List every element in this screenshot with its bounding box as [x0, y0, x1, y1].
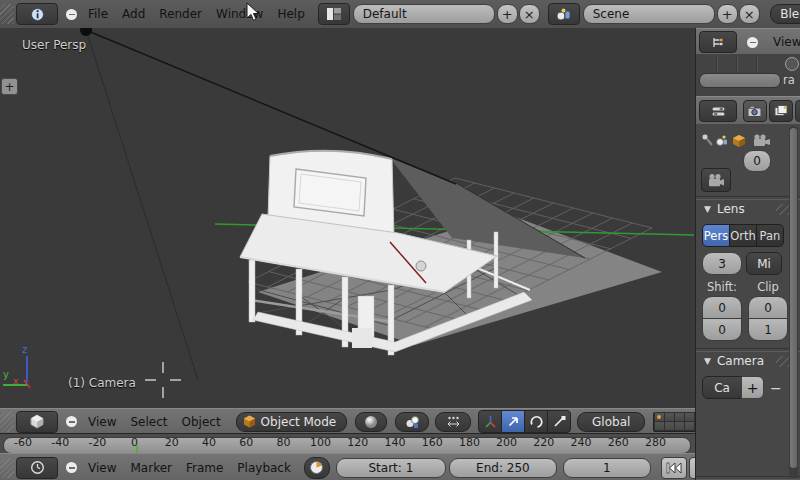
- scene-name-field[interactable]: Scene: [583, 4, 715, 24]
- editor-type-button-properties[interactable]: [699, 100, 737, 122]
- ruler-tick--20: -20: [88, 436, 106, 449]
- axis-label-y: y: [3, 369, 9, 380]
- shift-y-value: 0: [718, 323, 726, 337]
- properties-scrollbar-track[interactable]: [789, 126, 798, 478]
- menu-object[interactable]: Object: [175, 415, 228, 429]
- info-header: FileAddRenderWindowHelp Default + × Scen…: [0, 0, 800, 29]
- unlink-datablock-icon[interactable]: −: [770, 380, 782, 396]
- screen-layout-name-field[interactable]: Default: [353, 4, 495, 24]
- manipulator-rotate-button[interactable]: [524, 410, 548, 433]
- menu-add[interactable]: Add: [115, 7, 152, 21]
- current-frame-value: 1: [603, 461, 611, 475]
- info-icon: [30, 7, 45, 22]
- pivot-point-select[interactable]: [395, 412, 429, 432]
- region-expand-button[interactable]: +: [1, 78, 18, 95]
- tab-render[interactable]: [743, 100, 767, 122]
- editor-type-button-info[interactable]: [16, 3, 58, 25]
- properties-scrollbar-thumb[interactable]: [790, 128, 797, 468]
- editor-type-button-3dview[interactable]: [16, 411, 58, 433]
- add-scene-button[interactable]: +: [717, 4, 738, 24]
- editor-type-button-outliner[interactable]: [699, 31, 737, 53]
- outliner-column-divider: [736, 56, 738, 72]
- camera-datablock-field[interactable]: Ca: [702, 376, 742, 399]
- new-datablock-button[interactable]: +: [741, 376, 764, 399]
- plus-icon: +: [4, 81, 14, 93]
- manipulator-scale-button[interactable]: [547, 410, 571, 433]
- panel-collapse-icon[interactable]: ▼: [704, 356, 711, 366]
- jump-to-start-button[interactable]: [661, 457, 687, 479]
- collapse-menus-toggle[interactable]: [66, 416, 77, 427]
- editor-type-button-timeline[interactable]: [16, 457, 58, 479]
- menu-view[interactable]: View: [81, 415, 123, 429]
- axis-label-x: x: [13, 376, 19, 386]
- collapse-menus-toggle[interactable]: [747, 37, 758, 48]
- menu-view[interactable]: View: [81, 461, 123, 475]
- outliner-body[interactable]: ra: [696, 54, 800, 96]
- shift-x-field[interactable]: 0: [702, 296, 742, 319]
- shift-y-field[interactable]: 0: [702, 318, 742, 341]
- delete-scene-button[interactable]: ×: [739, 4, 760, 24]
- manipulator-translate-button[interactable]: [501, 410, 525, 433]
- focal-length-field[interactable]: 3: [702, 252, 742, 275]
- area-resize-grip[interactable]: [0, 458, 14, 478]
- tab-render-layers[interactable]: [769, 100, 793, 122]
- ruler-tick-280: 280: [645, 436, 666, 449]
- menu-frame[interactable]: Frame: [179, 461, 230, 475]
- manipulator-axis-button[interactable]: [478, 410, 502, 433]
- area-resize-grip[interactable]: [0, 412, 14, 432]
- screen-layout-browse-button[interactable]: [318, 3, 350, 25]
- panel-header-camera[interactable]: ▼ Camera: [704, 354, 794, 368]
- lens-mode-pers[interactable]: Pers: [702, 224, 730, 247]
- transform-orientation-select[interactable]: Global: [577, 412, 645, 432]
- menu-marker[interactable]: Marker: [123, 461, 178, 475]
- timeline-header: ViewMarkerFramePlayback Start: 1 End: 25…: [0, 453, 695, 480]
- menu-view-outliner[interactable]: View: [766, 35, 800, 49]
- restrict-render-icon[interactable]: [785, 57, 799, 71]
- mode-select[interactable]: Object Mode: [236, 412, 348, 432]
- camera-data-button[interactable]: [701, 168, 731, 192]
- outliner-item-text[interactable]: ra: [783, 73, 795, 87]
- delete-layout-button[interactable]: ×: [519, 4, 540, 24]
- menu-render[interactable]: Render: [152, 7, 209, 21]
- menu-playback[interactable]: Playback: [230, 461, 298, 475]
- axis-label-z: z: [22, 344, 27, 355]
- clip-start-field[interactable]: 0: [748, 296, 788, 319]
- scene-browse-button[interactable]: [548, 3, 580, 25]
- timeline-menu-bar: ViewMarkerFramePlayback: [81, 461, 298, 475]
- timeline-ruler[interactable]: -60-40-200204060801001201401601802002202…: [0, 433, 695, 454]
- ruler-tick-labels: -60-40-200204060801001201401601802002202…: [0, 434, 695, 454]
- outliner-hscrollbar[interactable]: [699, 73, 781, 88]
- breadcrumb-count-field[interactable]: 0: [743, 150, 771, 172]
- axis-gizmo: z y x: [3, 344, 30, 388]
- clip-end-field[interactable]: 1: [748, 318, 788, 341]
- viewport-3d[interactable]: z y x User Persp (1) Camera +: [0, 28, 695, 408]
- frame-end-field[interactable]: End: 250: [449, 458, 557, 478]
- menu-select[interactable]: Select: [123, 415, 174, 429]
- collapse-menus-toggle[interactable]: [66, 9, 77, 20]
- add-layout-button[interactable]: +: [497, 4, 518, 24]
- camera-object[interactable]: [80, 28, 92, 36]
- current-frame-field[interactable]: 1: [563, 458, 651, 478]
- panel-header-lens[interactable]: ▼ Lens: [704, 202, 794, 216]
- lens-mode-orth[interactable]: Orth: [729, 224, 757, 247]
- panel-collapse-icon[interactable]: ▼: [704, 204, 711, 214]
- sphere-object[interactable]: [416, 261, 426, 271]
- area-resize-grip[interactable]: [0, 4, 14, 24]
- menu-help[interactable]: Help: [270, 7, 311, 21]
- snap-select[interactable]: [435, 412, 471, 432]
- viewport-scene: z y x: [0, 28, 695, 408]
- plus-icon: +: [502, 8, 513, 21]
- lens-mode-pan[interactable]: Pan: [756, 224, 784, 247]
- blender-window: FileAddRenderWindowHelp Default + × Scen…: [0, 0, 800, 480]
- tab-scene[interactable]: [795, 100, 800, 122]
- collapse-menus-toggle[interactable]: [66, 462, 77, 473]
- panel-separator: [696, 196, 800, 200]
- menu-file[interactable]: File: [81, 7, 115, 21]
- frame-start-field[interactable]: Start: 1: [336, 458, 446, 478]
- viewport-shading-select[interactable]: [355, 412, 387, 432]
- outliner-column-divider: [716, 56, 718, 72]
- render-engine-select[interactable]: Blender Render: [770, 4, 800, 24]
- use-preview-range-toggle[interactable]: [304, 457, 330, 479]
- lens-unit-select[interactable]: Mi: [746, 252, 782, 275]
- context-breadcrumb[interactable]: [700, 132, 774, 149]
